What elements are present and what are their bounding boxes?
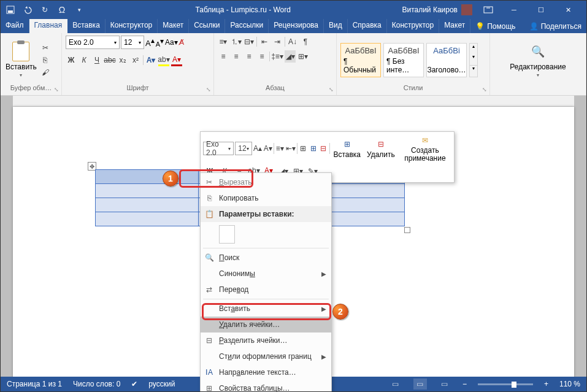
bold-button[interactable]: Ж bbox=[66, 54, 77, 66]
ctx-translate[interactable]: ⇄Перевод bbox=[201, 282, 331, 298]
zoom-slider[interactable] bbox=[478, 383, 533, 385]
align-right-icon[interactable]: ≡ bbox=[244, 50, 255, 63]
borders-icon[interactable]: ⊞▾ bbox=[297, 50, 309, 63]
tab-mailings[interactable]: Рассылки bbox=[225, 19, 269, 33]
numbering-icon[interactable]: ⒈▾ bbox=[231, 36, 242, 48]
font-size-select[interactable]: 12▾ bbox=[121, 36, 144, 49]
table-cell[interactable] bbox=[96, 198, 199, 212]
dialog-launcher-icon[interactable]: ⤡ bbox=[54, 86, 59, 93]
symbol-icon[interactable]: Ω bbox=[57, 5, 67, 15]
ctx-copy[interactable]: ⎘Копировать bbox=[201, 190, 331, 206]
table-cell[interactable] bbox=[96, 184, 199, 198]
ctx-split-cells[interactable]: ⊟Разделить ячейки… bbox=[201, 332, 331, 348]
tab-references[interactable]: Ссылки bbox=[189, 19, 225, 33]
qat-more-icon[interactable]: ▾ bbox=[74, 5, 84, 15]
styles-down-icon[interactable]: ▾ bbox=[470, 54, 477, 65]
merge-icon[interactable]: ⊞ bbox=[298, 142, 307, 155]
bullets-icon[interactable]: ≡▾ bbox=[218, 36, 229, 48]
ctx-cut[interactable]: ✂Вырезать bbox=[201, 174, 331, 190]
ctx-search[interactable]: 🔍Поиск bbox=[201, 250, 331, 266]
align-icon[interactable]: ≡▾ bbox=[275, 142, 285, 155]
minimize-button[interactable]: ─ bbox=[501, 1, 528, 19]
maximize-button[interactable]: ☐ bbox=[528, 1, 554, 19]
ctx-synonyms[interactable]: Синонимы▶ bbox=[201, 266, 331, 282]
delete-col-icon[interactable]: ⊟ bbox=[319, 142, 328, 155]
italic-button[interactable]: К bbox=[79, 54, 90, 66]
tab-review[interactable]: Рецензирова bbox=[269, 19, 324, 33]
align-left-icon[interactable]: ≡ bbox=[218, 50, 229, 63]
zoom-in[interactable]: + bbox=[544, 380, 548, 388]
insert-col-icon[interactable]: ⊞ bbox=[309, 142, 318, 155]
cut-icon[interactable]: ✂ bbox=[40, 43, 50, 53]
format-painter-icon[interactable]: 🖌 bbox=[40, 67, 50, 77]
tab-home[interactable]: Главная bbox=[29, 19, 68, 33]
word-count[interactable]: Число слов: 0 bbox=[73, 380, 120, 388]
print-layout-icon[interactable]: ▭ bbox=[413, 379, 427, 390]
justify-icon[interactable]: ≡ bbox=[256, 50, 267, 63]
web-layout-icon[interactable]: ▭ bbox=[438, 379, 451, 390]
subscript-button[interactable]: x₂ bbox=[117, 54, 128, 66]
editing-button[interactable]: 🔍 Редактирование ▾ bbox=[508, 40, 567, 79]
grow-font-icon[interactable]: A▴ bbox=[253, 142, 263, 155]
mini-delete[interactable]: ⊟Удалить bbox=[364, 138, 397, 159]
dialog-launcher-icon[interactable]: ⤡ bbox=[329, 86, 334, 93]
tell-me[interactable]: 💡Помощь bbox=[470, 19, 520, 33]
font-name-select[interactable]: Exo 2.0▾ bbox=[66, 36, 120, 49]
user-account[interactable]: Виталий Каиров bbox=[402, 4, 472, 15]
ctx-delete-cells[interactable]: Удалить ячейки… bbox=[201, 317, 331, 332]
shading-icon[interactable]: ◢▾ bbox=[285, 50, 296, 63]
indent-right-icon[interactable]: ⇥ bbox=[272, 36, 283, 48]
strike-button[interactable]: abc bbox=[104, 54, 115, 66]
mini-font-name[interactable]: Exo 2.0▾ bbox=[203, 142, 234, 155]
ctx-table-props[interactable]: ⊞Свойства таблицы… bbox=[201, 380, 331, 392]
language-status[interactable]: русский bbox=[148, 380, 175, 388]
dialog-launcher-icon[interactable]: ⤡ bbox=[206, 86, 211, 93]
ctx-text-direction[interactable]: ⅠAНаправление текста… bbox=[201, 364, 331, 380]
styles-more-icon[interactable]: ▾ bbox=[470, 65, 477, 77]
table-cell[interactable] bbox=[96, 212, 199, 226]
indent-icon[interactable]: ⇤▾ bbox=[286, 142, 296, 155]
undo-icon[interactable] bbox=[23, 5, 33, 15]
indent-left-icon[interactable]: ⇤ bbox=[259, 36, 270, 48]
mini-font-size[interactable]: 12▾ bbox=[235, 142, 251, 155]
tab-help[interactable]: Справка bbox=[348, 19, 387, 33]
style-no-spacing[interactable]: АаБбВвІ¶ Без инте… bbox=[383, 43, 424, 77]
redo-icon[interactable]: ↻ bbox=[40, 5, 50, 15]
tab-file[interactable]: Файл bbox=[1, 19, 29, 33]
clear-format-icon[interactable]: A̸ bbox=[179, 38, 184, 47]
ribbon-options-icon[interactable] bbox=[483, 6, 493, 13]
save-icon[interactable] bbox=[6, 5, 15, 15]
share-button[interactable]: 👤Поделиться bbox=[524, 19, 586, 33]
tab-insert[interactable]: Вставка bbox=[67, 19, 106, 33]
read-mode-icon[interactable]: ▭ bbox=[389, 379, 402, 390]
tab-table-layout[interactable]: Макет bbox=[439, 19, 470, 33]
copy-icon[interactable]: ⎘ bbox=[40, 55, 50, 65]
change-case-icon[interactable]: Aa▾ bbox=[165, 38, 178, 47]
ctx-insert[interactable]: Вставить▶ bbox=[201, 301, 331, 317]
style-normal[interactable]: АаБбВвІ¶ Обычный bbox=[340, 43, 381, 77]
line-spacing-icon[interactable]: ‡≡▾ bbox=[272, 50, 283, 63]
tab-layout[interactable]: Макет bbox=[158, 19, 189, 33]
style-heading1[interactable]: АаБбВіЗаголово… bbox=[426, 43, 467, 77]
align-center-icon[interactable]: ≡ bbox=[231, 50, 242, 63]
table-cell[interactable] bbox=[96, 170, 199, 184]
paste-button[interactable]: Вставить ▾ bbox=[4, 40, 38, 79]
showmarks-icon[interactable]: ¶ bbox=[300, 36, 311, 48]
ruler[interactable] bbox=[13, 96, 574, 107]
superscript-button[interactable]: x² bbox=[130, 54, 141, 66]
page-status[interactable]: Страница 1 из 1 bbox=[7, 380, 62, 388]
font-color-icon[interactable]: A▾ bbox=[171, 54, 182, 66]
tab-table-design[interactable]: Конструктор bbox=[387, 19, 439, 33]
zoom-level[interactable]: 110 % bbox=[559, 380, 580, 388]
paste-keep-source-icon[interactable] bbox=[219, 225, 235, 244]
tab-design[interactable]: Конструктор bbox=[106, 19, 158, 33]
table-resize-handle[interactable] bbox=[404, 227, 410, 233]
ctx-border-styles[interactable]: Стили оформления границ▶ bbox=[201, 348, 331, 364]
text-effects-icon[interactable]: A▾ bbox=[145, 54, 156, 66]
sort-icon[interactable]: A↓ bbox=[287, 36, 298, 48]
tab-view[interactable]: Вид bbox=[324, 19, 348, 33]
styles-up-icon[interactable]: ▴ bbox=[470, 44, 477, 55]
shrink-font-icon[interactable]: A▾ bbox=[263, 142, 272, 155]
multilevel-icon[interactable]: ⊟▾ bbox=[244, 36, 255, 48]
highlight-icon[interactable]: ab▾ bbox=[158, 54, 169, 66]
